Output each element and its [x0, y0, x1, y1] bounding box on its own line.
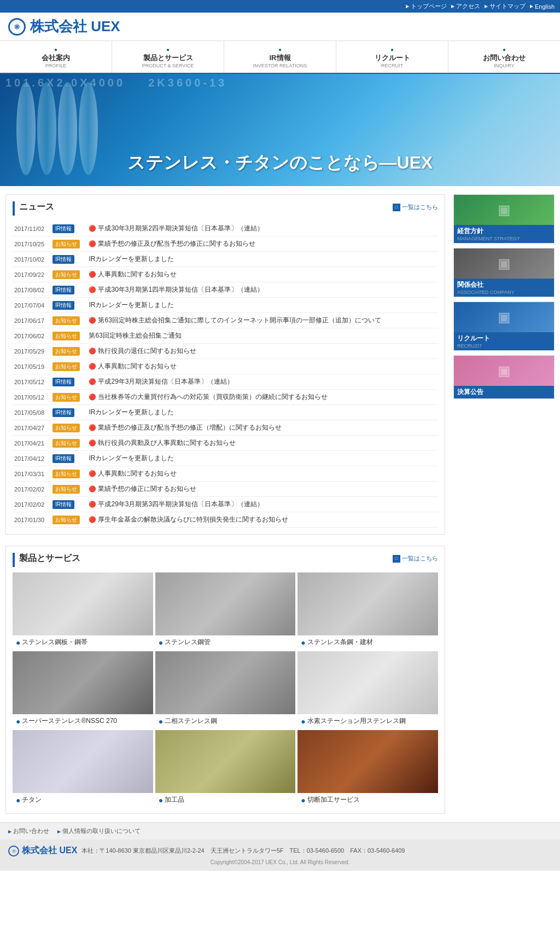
product-card-super-stainless[interactable]: ● スーパーステンレス®NSSC 270	[13, 651, 153, 728]
sidebar-card-jp: リクルート	[457, 334, 551, 343]
pdf-icon: 🔴	[89, 240, 96, 247]
product-card-titanium[interactable]: ● チタン	[13, 730, 153, 807]
news-text[interactable]: IRカレンダーを更新しました	[87, 298, 438, 313]
main-content: ニュース □ 一覧はこちら 2017/11/02 IR情報 🔴平成30年3月期第…	[0, 186, 560, 822]
news-badge: IR情報	[52, 255, 74, 264]
pdf-icon: 🔴	[89, 501, 96, 507]
news-badge: お知らせ	[52, 485, 80, 494]
product-img	[13, 651, 153, 714]
news-badge-cell: お知らせ	[51, 236, 87, 252]
sidebar-card-management[interactable]: ▣ 経営方針 MANAGEMENT STRATEGY	[453, 194, 555, 244]
news-text[interactable]: 🔴平成29年3月期第3四半期決算短信〔日本基準〕（連結）	[87, 497, 438, 512]
news-badge-cell: お知らせ	[51, 359, 87, 374]
product-card-stainless-pipe[interactable]: ● ステンレス鋼管	[155, 572, 296, 649]
nav-item-product[interactable]: ● 製品とサービス PRODUCT & SERVICE	[112, 41, 224, 73]
news-text[interactable]: 第63回定時株主総会招集ご通知	[87, 328, 438, 344]
news-text[interactable]: 🔴平成30年3月期第1四半期決算短信〔日本基準〕（連結）	[87, 282, 438, 298]
sidebar-card-en: ASSOCIATED COMPANY	[457, 290, 551, 295]
pdf-icon: 🔴	[89, 394, 96, 400]
product-label: ● ステンレス条鋼・建材	[298, 635, 438, 649]
news-row[interactable]: 2017/03/31 お知らせ 🔴人事異動に関するお知らせ	[13, 466, 438, 482]
topbar-link-sitemap[interactable]: サイトマップ	[485, 2, 526, 10]
nav-item-profile[interactable]: ● 会社案内 PROFILE	[0, 41, 112, 73]
nav-item-ir[interactable]: ● IR情報 INVESTOR RELATIONS	[224, 41, 336, 73]
product-label: ● 水素ステーション用ステンレス鋼	[298, 714, 438, 728]
product-dot: ●	[159, 638, 163, 647]
news-badge: IR情報	[52, 224, 74, 233]
news-text[interactable]: 🔴厚生年金基金の解散決議ならびに特別損失発生に関するお知らせ	[87, 512, 438, 528]
news-text[interactable]: 🔴平成29年3月期決算短信〔日本基準〕（連結）	[87, 374, 438, 390]
news-row[interactable]: 2017/10/02 IR情報 IRカレンダーを更新しました	[13, 252, 438, 267]
news-row[interactable]: 2017/05/12 IR情報 🔴平成29年3月期決算短信〔日本基準〕（連結）	[13, 374, 438, 390]
topbar-link-access[interactable]: アクセス	[451, 2, 480, 10]
sidebar-card-recruit[interactable]: ▣ リクルート RECRUZIT	[453, 302, 555, 351]
product-card-processed[interactable]: ● 加工品	[155, 730, 296, 807]
product-dot: ●	[159, 717, 163, 726]
products-section-header: 製品とサービス □ 一覧はこちら	[13, 553, 438, 567]
product-card-hydrogen[interactable]: ● 水素ステーション用ステンレス鋼	[298, 651, 438, 728]
logo[interactable]: ㊙ 株式会社 UEX	[8, 17, 120, 36]
news-row[interactable]: 2017/09/22 お知らせ 🔴人事異動に関するお知らせ	[13, 267, 438, 282]
product-card-stainless-plate[interactable]: ● ステンレス鋼板・鋼帯	[13, 572, 153, 649]
news-row[interactable]: 2017/08/02 IR情報 🔴平成30年3月期第1四半期決算短信〔日本基準〕…	[13, 282, 438, 298]
footer-copyright: Copyright©2004-2017 UEX Co., Ltd. All Ri…	[8, 859, 552, 865]
news-row[interactable]: 2017/05/29 お知らせ 🔴執行役員の退任に関するお知らせ	[13, 344, 438, 359]
news-row[interactable]: 2017/02/02 お知らせ 🔴業績予想の修正に関するお知らせ	[13, 482, 438, 497]
news-badge-cell: お知らせ	[51, 313, 87, 328]
news-text[interactable]: 🔴第63回定時株主総会招集ご通知に際してのインターネット開示事項の一部修正（追加…	[87, 313, 438, 328]
news-row[interactable]: 2017/11/02 IR情報 🔴平成30年3月期第2四半期決算短信〔日本基準〕…	[13, 221, 438, 236]
news-badge-cell: お知らせ	[51, 512, 87, 528]
news-badge: IR情報	[52, 378, 74, 386]
news-table: 2017/11/02 IR情報 🔴平成30年3月期第2四半期決算短信〔日本基準〕…	[13, 221, 438, 528]
news-text[interactable]: 🔴平成30年3月期第2四半期決算短信〔日本基準〕（連結）	[87, 221, 438, 236]
news-text[interactable]: 🔴人事異動に関するお知らせ	[87, 466, 438, 482]
news-row[interactable]: 2017/05/08 IR情報 IRカレンダーを更新しました	[13, 405, 438, 420]
news-text[interactable]: 🔴業績予想の修正及び配当予想の修正（増配）に関するお知らせ	[87, 420, 438, 436]
news-row[interactable]: 2017/06/02 お知らせ 第63回定時株主総会招集ご通知	[13, 328, 438, 344]
news-text[interactable]: IRカレンダーを更新しました	[87, 451, 438, 466]
news-badge: お知らせ	[52, 362, 80, 371]
news-more-link[interactable]: □ 一覧はこちら	[393, 203, 438, 211]
news-row[interactable]: 2017/05/12 お知らせ 🔴当社株券等の大量買付行為への対応策（買収防衛策…	[13, 390, 438, 405]
news-row[interactable]: 2017/04/12 IR情報 IRカレンダーを更新しました	[13, 451, 438, 466]
product-card-cutting[interactable]: ● 切断加工サービス	[298, 730, 438, 807]
product-card-stainless-bar[interactable]: ● ステンレス条鋼・建材	[298, 572, 438, 649]
news-row[interactable]: 2017/05/19 お知らせ 🔴人事異動に関するお知らせ	[13, 359, 438, 374]
top-bar: トップページ アクセス サイトマップ English	[0, 0, 560, 13]
topbar-link-top[interactable]: トップページ	[406, 2, 447, 10]
news-row[interactable]: 2017/01/30 お知らせ 🔴厚生年金基金の解散決議ならびに特別損失発生に関…	[13, 512, 438, 528]
news-text[interactable]: IRカレンダーを更新しました	[87, 252, 438, 267]
news-row[interactable]: 2017/06/17 お知らせ 🔴第63回定時株主総会招集ご通知に際してのインタ…	[13, 313, 438, 328]
news-badge: お知らせ	[52, 516, 80, 524]
news-text[interactable]: 🔴執行役員の退任に関するお知らせ	[87, 344, 438, 359]
news-badge: お知らせ	[52, 439, 80, 448]
nav-item-inquiry[interactable]: ● お問い合わせ INQUIRY	[448, 41, 560, 73]
news-row[interactable]: 2017/10/25 お知らせ 🔴業績予想の修正及び配当予想の修正に関するお知ら…	[13, 236, 438, 252]
footer-link-inquiry[interactable]: お問い合わせ	[8, 827, 49, 835]
pdf-icon: 🔴	[89, 439, 96, 446]
products-more-link[interactable]: □ 一覧はこちら	[393, 554, 438, 563]
nav-item-recruit[interactable]: ● リクルート RECRUIT	[336, 41, 448, 73]
news-row[interactable]: 2017/04/27 お知らせ 🔴業績予想の修正及び配当予想の修正（増配）に関す…	[13, 420, 438, 436]
footer-link-privacy[interactable]: 個人情報の取り扱いについて	[57, 827, 141, 835]
news-text[interactable]: 🔴当社株券等の大量買付行為への対応策（買収防衛策）の継続に関するお知らせ	[87, 390, 438, 405]
news-badge-cell: IR情報	[51, 298, 87, 313]
product-dot: ●	[301, 717, 305, 726]
pdf-icon: 🔴	[89, 485, 96, 492]
news-badge: お知らせ	[52, 270, 80, 279]
product-card-duplex[interactable]: ● 二相ステンレス鋼	[155, 651, 296, 728]
news-text[interactable]: IRカレンダーを更新しました	[87, 405, 438, 420]
pdf-icon: 🔴	[89, 378, 96, 385]
sidebar-card-financial[interactable]: ▣ 決算公告	[453, 355, 555, 399]
news-text[interactable]: 🔴業績予想の修正及び配当予想の修正に関するお知らせ	[87, 236, 438, 252]
topbar-link-english[interactable]: English	[530, 2, 555, 10]
news-row[interactable]: 2017/02/02 IR情報 🔴平成29年3月期第3四半期決算短信〔日本基準〕…	[13, 497, 438, 512]
news-text[interactable]: 🔴人事異動に関するお知らせ	[87, 359, 438, 374]
news-text[interactable]: 🔴執行役員の異動及び人事異動に関するお知らせ	[87, 436, 438, 451]
news-badge: IR情報	[52, 500, 74, 509]
news-row[interactable]: 2017/07/04 IR情報 IRカレンダーを更新しました	[13, 298, 438, 313]
news-row[interactable]: 2017/04/21 お知らせ 🔴執行役員の異動及び人事異動に関するお知らせ	[13, 436, 438, 451]
news-text[interactable]: 🔴人事異動に関するお知らせ	[87, 267, 438, 282]
sidebar-card-associated[interactable]: ▣ 関係会社 ASSOCIATED COMPANY	[453, 248, 555, 297]
news-text[interactable]: 🔴業績予想の修正に関するお知らせ	[87, 482, 438, 497]
